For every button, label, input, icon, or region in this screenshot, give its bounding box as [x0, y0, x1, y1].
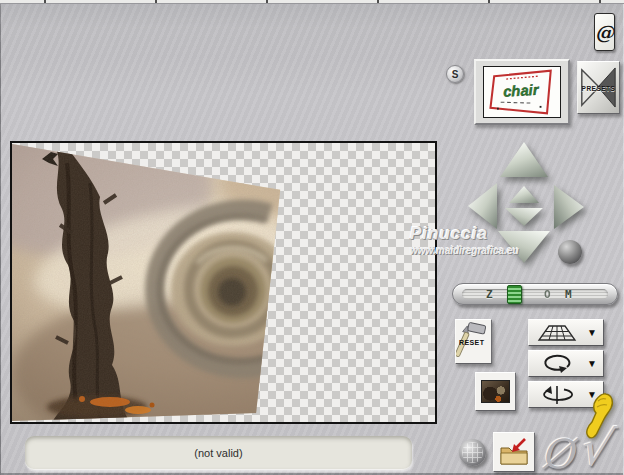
- plugin-logo-icon: @: [595, 23, 614, 42]
- settings-s-button[interactable]: S: [446, 65, 464, 83]
- perspective-grid-icon: [537, 324, 577, 342]
- reset-label: RESET: [459, 339, 484, 346]
- status-text: (not valid): [194, 447, 242, 459]
- rotate-arrow-icon: [537, 354, 577, 374]
- zoom-letter-o: O: [544, 288, 551, 301]
- sample-image-button[interactable]: [475, 372, 516, 411]
- pan-left-button[interactable]: [468, 183, 497, 229]
- nudge-up-wrap: [509, 186, 539, 203]
- nudge-down-button[interactable]: [505, 208, 543, 226]
- presets-button[interactable]: PRESETS: [577, 61, 620, 114]
- brand-wordmark: chair: [503, 82, 540, 100]
- presets-label: PRESETS: [578, 84, 619, 91]
- nudge-up-button[interactable]: [509, 186, 539, 203]
- about-plugin-button[interactable]: @: [594, 13, 615, 51]
- preview-canvas[interactable]: [10, 141, 437, 424]
- artwork-graphic: [12, 143, 435, 422]
- flip-3d-dropdown-button[interactable]: ▼: [528, 381, 604, 408]
- titlebar-remnant: [0, 0, 624, 4]
- pan-down-button[interactable]: [498, 231, 550, 263]
- small-sphere-button[interactable]: [558, 240, 582, 264]
- plugin-brand-thumbnail[interactable]: chair: [474, 59, 570, 125]
- brand-panel: chair: [483, 66, 561, 118]
- rotate-dropdown-button[interactable]: ▼: [528, 350, 604, 377]
- sample-image-thumbnail: [481, 380, 510, 403]
- chevron-down-icon: ▼: [587, 328, 597, 338]
- brand-graphic: chair: [484, 67, 560, 117]
- chevron-down-icon: ▼: [587, 359, 597, 369]
- import-folder-icon: [498, 437, 530, 467]
- zoom-slider-groove: [462, 289, 608, 299]
- pan-up-wrap: [500, 142, 548, 177]
- pan-right-wrap: [554, 185, 584, 229]
- zoom-slider-track[interactable]: Z O M: [452, 283, 618, 305]
- open-folder-button[interactable]: [493, 432, 535, 472]
- plugin-dialog-window: @ S chair PRESETS: [0, 0, 624, 475]
- ok-button[interactable]: √: [578, 424, 609, 472]
- chevron-down-icon: ▼: [587, 390, 597, 400]
- zoom-letter-m: M: [565, 288, 572, 301]
- nudge-down-wrap: [505, 208, 543, 226]
- cancel-button[interactable]: Ø: [541, 434, 574, 474]
- status-bar: (not valid): [25, 436, 412, 470]
- preview-artwork: [12, 143, 435, 422]
- perspective-dropdown-button[interactable]: ▼: [528, 319, 604, 346]
- zoom-slider-thumb[interactable]: [507, 285, 522, 304]
- pan-right-button[interactable]: [554, 185, 584, 229]
- pan-up-button[interactable]: [500, 142, 548, 177]
- pan-left-wrap: [468, 183, 497, 229]
- pan-down-wrap: [498, 231, 550, 263]
- grid-sphere-button[interactable]: [459, 439, 486, 466]
- spin-axis-icon: [537, 385, 577, 405]
- s-button-label: S: [452, 69, 459, 80]
- reset-button[interactable]: RESET: [455, 319, 492, 364]
- zoom-letter-z: Z: [486, 288, 493, 301]
